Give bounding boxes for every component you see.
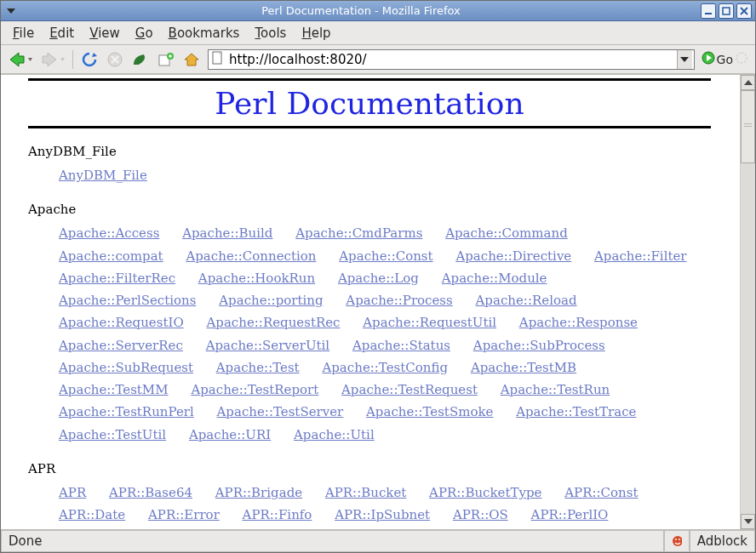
- svg-marker-0: [7, 9, 15, 14]
- doc-link[interactable]: Apache::RequestUtil: [363, 315, 496, 330]
- doc-link[interactable]: Apache::RequestIO: [59, 315, 184, 330]
- doc-link[interactable]: APR::Error: [148, 507, 220, 522]
- doc-link[interactable]: Apache::RequestRec: [206, 315, 340, 330]
- link-list: Apache::Access Apache::Build Apache::Cmd…: [28, 222, 711, 446]
- doc-link[interactable]: Apache::TestReport: [191, 382, 318, 397]
- window-maximize-button[interactable]: [719, 3, 734, 19]
- scroll-up-button[interactable]: [741, 75, 755, 90]
- scroll-track[interactable]: [741, 90, 755, 514]
- doc-link[interactable]: Apache::Command: [445, 225, 568, 241]
- doc-link[interactable]: Apache::TestMM: [59, 382, 169, 397]
- doc-link[interactable]: APR::Date: [59, 507, 125, 522]
- doc-link[interactable]: Apache::CmdParms: [295, 225, 422, 241]
- leaf-icon[interactable]: [129, 48, 152, 71]
- doc-link[interactable]: Apache::TestMB: [471, 360, 576, 375]
- doc-link[interactable]: APR: [59, 485, 86, 500]
- status-text: Done: [1, 531, 664, 552]
- svg-marker-8: [60, 58, 65, 61]
- svg-marker-7: [43, 53, 56, 66]
- doc-link[interactable]: Apache::Reload: [476, 293, 577, 308]
- doc-link[interactable]: Apache::Response: [519, 315, 638, 330]
- doc-link[interactable]: Apache::Status: [352, 338, 450, 353]
- page-title: Perl Documentation: [28, 86, 711, 121]
- svg-point-26: [673, 536, 682, 546]
- doc-link[interactable]: Apache::ServerRec: [59, 338, 183, 353]
- doc-link[interactable]: Apache::SubProcess: [473, 338, 605, 353]
- status-face-icon[interactable]: [664, 531, 690, 552]
- doc-section: AnyDBM_FileAnyDBM_File: [28, 144, 711, 186]
- doc-link[interactable]: Apache::Util: [294, 427, 375, 442]
- scroll-down-button[interactable]: [741, 514, 755, 529]
- doc-link[interactable]: Apache::Log: [338, 271, 419, 286]
- doc-link[interactable]: Apache::compat: [59, 248, 163, 264]
- doc-link[interactable]: Apache::Filter: [594, 248, 687, 264]
- home-button[interactable]: [180, 48, 203, 71]
- back-button[interactable]: [6, 48, 35, 71]
- doc-link[interactable]: Apache::TestTrace: [516, 404, 636, 419]
- new-tab-button[interactable]: [155, 48, 177, 71]
- window-close-button[interactable]: [736, 3, 752, 19]
- doc-link[interactable]: Apache::Const: [339, 248, 432, 264]
- menu-file[interactable]: File: [6, 24, 41, 43]
- doc-link[interactable]: Apache::Access: [59, 225, 159, 241]
- link-list: AnyDBM_File: [28, 164, 711, 186]
- go-button[interactable]: Go: [717, 53, 733, 66]
- doc-link[interactable]: APR::OS: [453, 507, 508, 522]
- doc-link[interactable]: APR::BucketType: [429, 485, 541, 500]
- rule-top: [28, 78, 711, 81]
- menu-tools[interactable]: Tools: [248, 24, 293, 43]
- vertical-scrollbar[interactable]: [740, 75, 755, 529]
- doc-link[interactable]: Apache::TestServer: [217, 404, 344, 419]
- doc-link[interactable]: Apache::Directive: [455, 248, 571, 264]
- svg-marker-9: [92, 53, 97, 57]
- svg-marker-24: [744, 80, 753, 85]
- adblock-button[interactable]: Adblock: [690, 531, 755, 552]
- doc-link[interactable]: Apache::Build: [182, 225, 272, 241]
- doc-link[interactable]: Apache::TestRunPerl: [59, 404, 194, 419]
- menu-go[interactable]: Go: [129, 24, 160, 43]
- doc-link[interactable]: APR::Brigade: [215, 485, 302, 500]
- doc-link[interactable]: Apache::SubRequest: [59, 360, 193, 375]
- url-bar[interactable]: [208, 49, 695, 70]
- doc-link[interactable]: Apache::Module: [442, 271, 547, 286]
- menu-view[interactable]: View: [83, 24, 127, 43]
- doc-link[interactable]: Apache::FilterRec: [59, 271, 175, 286]
- doc-link[interactable]: APR::Finfo: [243, 507, 312, 522]
- browser-window: Perl Documentation - Mozilla Firefox Fil…: [0, 0, 756, 553]
- url-history-dropdown[interactable]: [677, 50, 692, 69]
- page-icon: [212, 51, 224, 67]
- svg-point-23: [736, 53, 747, 63]
- doc-link[interactable]: Apache::PerlSections: [59, 293, 196, 308]
- doc-link[interactable]: Apache::ServerUtil: [206, 338, 330, 353]
- doc-link[interactable]: Apache::porting: [219, 293, 323, 308]
- doc-link[interactable]: APR::IpSubnet: [335, 507, 430, 522]
- menu-help[interactable]: Help: [295, 24, 337, 43]
- doc-link[interactable]: Apache::TestUtil: [59, 427, 166, 442]
- go-icon[interactable]: [702, 51, 715, 67]
- doc-link[interactable]: Apache::Test: [216, 360, 300, 375]
- doc-link[interactable]: Apache::Process: [346, 293, 452, 308]
- doc-link[interactable]: APR::Base64: [109, 485, 192, 500]
- doc-link[interactable]: Apache::TestSmoke: [366, 404, 493, 419]
- doc-link[interactable]: Apache::URI: [189, 427, 271, 442]
- doc-link[interactable]: Apache::TestRequest: [341, 382, 478, 397]
- menu-bookmarks[interactable]: Bookmarks: [162, 24, 247, 43]
- scroll-thumb[interactable]: [741, 90, 755, 163]
- window-menu-button[interactable]: [1, 9, 21, 14]
- menubar: File Edit View Go Bookmarks Tools Help: [1, 21, 755, 45]
- doc-link[interactable]: Apache::TestConfig: [322, 360, 448, 375]
- doc-link[interactable]: Apache::HookRun: [198, 271, 315, 286]
- menu-edit[interactable]: Edit: [43, 24, 81, 43]
- doc-link[interactable]: APR::Bucket: [325, 485, 406, 500]
- doc-link[interactable]: Apache::TestRun: [501, 382, 610, 397]
- doc-link[interactable]: AnyDBM_File: [59, 168, 147, 183]
- url-input[interactable]: [227, 51, 673, 68]
- doc-link[interactable]: APR::PerlIO: [531, 507, 609, 522]
- reload-button[interactable]: [78, 48, 100, 71]
- stop-button[interactable]: [104, 48, 126, 71]
- forward-button[interactable]: [38, 48, 67, 71]
- doc-link[interactable]: Apache::Connection: [186, 248, 316, 264]
- doc-link[interactable]: APR::Const: [564, 485, 638, 500]
- window-minimize-button[interactable]: [701, 3, 716, 19]
- toolbar: Go: [1, 45, 755, 74]
